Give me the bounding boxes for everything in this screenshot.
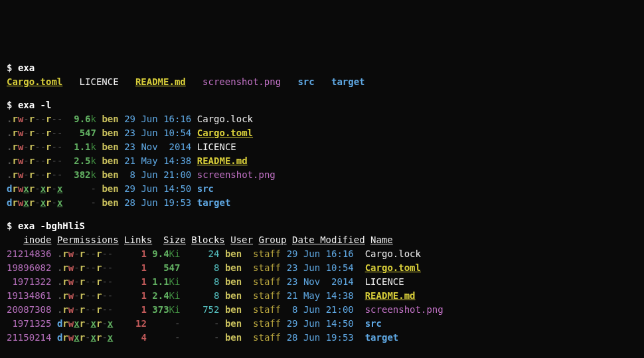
date-column: 28 Jun (124, 197, 158, 208)
detail-listing-row: 20087308 .rw-r--r-- 1 373Ki 752 ben staf… (7, 303, 637, 317)
group-column: staff (253, 304, 281, 315)
inode-column: 19896082 (7, 262, 51, 273)
time-column: 19:53 (163, 197, 191, 208)
filename: Cargo.lock (197, 114, 253, 124)
user-column: ben (102, 128, 118, 138)
group-column: staff (253, 248, 281, 259)
time-column: 2014 (326, 276, 354, 287)
command-line-1: $ exa (7, 61, 637, 75)
command: exa (18, 100, 35, 110)
date-column: 23 Jun (124, 128, 158, 138)
long-listing-row: .rw-r--r-- 1.1k ben 23 Nov 2014 LICENCE (7, 140, 637, 154)
header-date: Date Modified (292, 234, 365, 245)
time-column: 16:16 (163, 114, 191, 124)
command-flags: -l (40, 100, 52, 110)
header-inode: inode (23, 234, 51, 245)
terminal-output[interactable]: $ exaCargo.toml LICENCE README.md screen… (7, 61, 637, 345)
inode-column: 21214836 (7, 248, 51, 259)
file-licence: LICENCE (80, 76, 119, 87)
user-column: ben (102, 141, 118, 152)
header-links: Links (124, 234, 152, 245)
prompt-symbol: $ (7, 221, 12, 231)
prompt-symbol: $ (7, 62, 12, 73)
time-column: 16:16 (326, 248, 354, 259)
user-column: ben (225, 304, 248, 315)
user-column: ben (225, 290, 248, 301)
detail-listing-row: 21214836 .rw-r--r-- 1 9.4Ki 24 ben staff… (7, 247, 637, 261)
filename: target (365, 332, 399, 343)
user-column: ben (102, 183, 118, 194)
date-column: 23 Nov (124, 141, 158, 152)
long-listing-row: .rw-r--r-- 2.5k ben 21 May 14:38 README.… (7, 154, 637, 168)
time-column: 10:54 (326, 262, 354, 273)
time-column: 21:00 (163, 169, 191, 180)
filename: README.md (365, 290, 416, 301)
header-blocks: Blocks (191, 234, 225, 245)
detail-header-row: inode Permissions Links Size Blocks User… (7, 233, 637, 247)
filename: screenshot.png (365, 304, 443, 315)
group-column: staff (253, 318, 281, 329)
time-column: 19:53 (326, 332, 354, 343)
date-column: 29 Jun (124, 114, 158, 124)
filename: Cargo.toml (365, 262, 421, 273)
filename: LICENCE (365, 276, 404, 287)
date-column: 29 Jun (287, 248, 321, 259)
date-column: 29 Jun (124, 183, 158, 194)
dir-target: target (331, 76, 365, 87)
detail-listing-row: 1971322 .rw-r--r-- 1 1.1Ki 8 ben staff 2… (7, 275, 637, 289)
header-group: Group (258, 234, 286, 245)
detail-listing-row: 19896082 .rw-r--r-- 1 547 8 ben staff 23… (7, 261, 637, 275)
user-column: ben (225, 248, 248, 259)
links-column: 1 (141, 248, 146, 259)
group-column: staff (253, 332, 281, 343)
links-column: 1 (141, 290, 146, 301)
file-cargo-toml: Cargo.toml (7, 76, 62, 87)
prompt-symbol: $ (7, 100, 12, 110)
time-column: 14:50 (326, 318, 354, 329)
inode-column: 19134861 (7, 290, 51, 301)
time-column: 2014 (163, 141, 191, 152)
date-column: 23 Jun (287, 262, 321, 273)
links-column: 1 (141, 262, 146, 273)
time-column: 10:54 (163, 128, 191, 138)
long-listing-row: .rw-r--r-- 382k ben 8 Jun 21:00 screensh… (7, 168, 637, 182)
command-flags: -bghHliS (40, 221, 85, 231)
time-column: 14:50 (163, 183, 191, 194)
detail-listing-row: 1971325 drwxr-xr-x 12 - - ben staff 29 J… (7, 317, 637, 331)
command: exa (18, 62, 35, 73)
date-column: 21 May (124, 155, 158, 166)
time-column: 14:38 (163, 155, 191, 166)
inode-column: 21150214 (7, 332, 51, 343)
file-screenshot: screenshot.png (202, 76, 281, 87)
group-column: staff (253, 262, 281, 273)
short-listing: Cargo.toml LICENCE README.md screenshot.… (7, 75, 637, 89)
date-column: 29 Jun (287, 318, 321, 329)
user-column: ben (102, 197, 118, 208)
user-column: ben (225, 332, 248, 343)
filename: target (197, 197, 231, 208)
links-column: 4 (141, 332, 146, 343)
date-column: 8 Jun (287, 304, 321, 315)
filename: screenshot.png (197, 169, 276, 180)
file-readme: README.md (135, 76, 186, 87)
date-column: 21 May (287, 290, 321, 301)
long-listing-row: drwxr-xr-x - ben 28 Jun 19:53 target (7, 196, 637, 210)
time-column: 21:00 (326, 304, 354, 315)
header-name: Name (370, 234, 393, 245)
user-column: ben (102, 114, 118, 124)
filename: LICENCE (197, 141, 236, 152)
links-column: 1 (141, 304, 146, 315)
links-column: 12 (135, 318, 147, 329)
inode-column: 1971322 (7, 276, 51, 287)
filename: Cargo.toml (197, 128, 253, 138)
user-column: ben (102, 155, 118, 166)
user-column: ben (102, 169, 118, 180)
user-column: ben (225, 276, 248, 287)
time-column: 14:38 (326, 290, 354, 301)
date-column: 23 Nov (287, 276, 321, 287)
long-listing-row: .rw-r--r-- 9.6k ben 29 Jun 16:16 Cargo.l… (7, 112, 637, 126)
command-line-2: $ exa -l (7, 98, 637, 112)
header-permissions: Permissions (57, 234, 119, 245)
inode-column: 20087308 (7, 304, 51, 315)
dir-src: src (297, 76, 314, 87)
